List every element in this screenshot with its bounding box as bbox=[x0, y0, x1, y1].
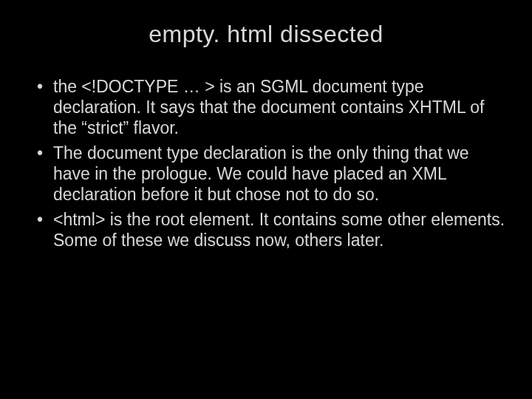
list-item: <html> is the root element. It contains … bbox=[33, 209, 505, 250]
slide-title: empty. html dissected bbox=[27, 21, 505, 48]
list-item: The document type declaration is the onl… bbox=[33, 143, 505, 205]
slide: empty. html dissected the <!DOCTYPE … > … bbox=[0, 0, 532, 399]
list-item: the <!DOCTYPE … > is an SGML document ty… bbox=[33, 76, 505, 138]
bullet-list: the <!DOCTYPE … > is an SGML document ty… bbox=[27, 76, 505, 250]
